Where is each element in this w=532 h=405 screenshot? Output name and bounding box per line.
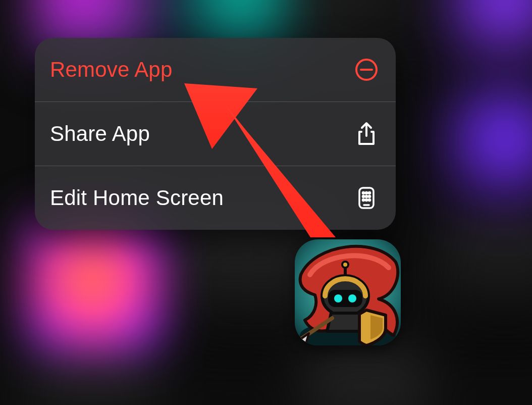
- svg-point-21: [348, 294, 356, 302]
- svg-point-7: [362, 195, 364, 197]
- game-app-icon[interactable]: [295, 239, 401, 345]
- svg-point-10: [362, 199, 364, 200]
- remove-app-menu-item[interactable]: Remove App: [35, 38, 396, 102]
- share-app-menu-item[interactable]: Share App: [35, 102, 396, 166]
- apps-grid-icon: [354, 186, 379, 210]
- svg-point-11: [365, 199, 367, 200]
- share-icon: [354, 122, 379, 146]
- svg-point-6: [368, 192, 370, 193]
- svg-point-8: [365, 195, 367, 197]
- svg-rect-19: [328, 290, 362, 307]
- svg-point-5: [365, 192, 367, 193]
- minus-circle-icon: [354, 58, 379, 82]
- app-context-menu: Remove App Share App Edit Home Screen: [35, 38, 396, 230]
- remove-app-label: Remove App: [50, 58, 172, 82]
- share-app-label: Share App: [50, 122, 150, 146]
- svg-point-23: [342, 262, 348, 268]
- edit-home-screen-label: Edit Home Screen: [50, 186, 224, 210]
- svg-point-9: [368, 195, 370, 197]
- svg-point-20: [334, 294, 342, 302]
- svg-point-12: [368, 199, 370, 200]
- svg-point-4: [362, 192, 364, 193]
- edit-home-screen-menu-item[interactable]: Edit Home Screen: [35, 166, 396, 230]
